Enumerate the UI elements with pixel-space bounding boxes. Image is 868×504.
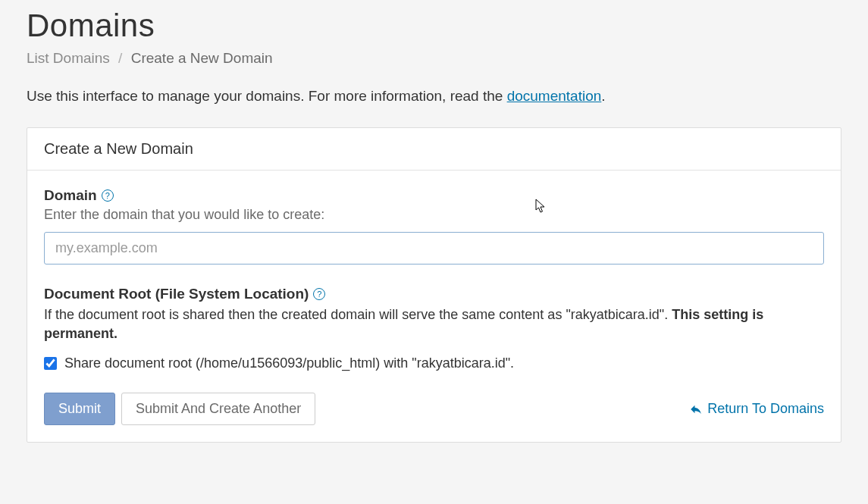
breadcrumb-list-domains[interactable]: List Domains xyxy=(27,50,110,66)
docroot-section: Document Root (File System Location) ? I… xyxy=(44,286,824,371)
panel-header: Create a New Domain xyxy=(27,128,841,171)
domain-label-text: Domain xyxy=(44,187,97,204)
share-docroot-row[interactable]: Share document root (/home/u1566093/publ… xyxy=(44,355,824,371)
domain-section: Domain ? Enter the domain that you would… xyxy=(44,187,824,265)
share-docroot-label: Share document root (/home/u1566093/publ… xyxy=(64,355,514,371)
documentation-link[interactable]: documentation xyxy=(507,88,602,104)
breadcrumb-separator: / xyxy=(118,50,122,66)
share-docroot-checkbox[interactable] xyxy=(44,357,57,370)
panel-body: Domain ? Enter the domain that you would… xyxy=(27,171,841,442)
return-link-text: Return To Domains xyxy=(707,401,824,417)
help-icon[interactable]: ? xyxy=(102,189,114,202)
intro-text: Use this interface to manage your domain… xyxy=(27,88,841,105)
actions-row: Submit Submit And Create Another Return … xyxy=(44,393,824,425)
intro-after: . xyxy=(601,88,605,104)
domain-input[interactable] xyxy=(44,232,824,265)
breadcrumb: List Domains / Create a New Domain xyxy=(27,50,841,67)
docroot-hint: If the document root is shared then the … xyxy=(44,305,824,343)
reply-arrow-icon xyxy=(689,402,703,416)
domain-label: Domain ? xyxy=(44,187,824,204)
create-domain-panel: Create a New Domain Domain ? Enter the d… xyxy=(27,127,841,443)
intro-before: Use this interface to manage your domain… xyxy=(27,88,507,104)
docroot-label: Document Root (File System Location) ? xyxy=(44,286,824,302)
docroot-hint-before: If the document root is shared then the … xyxy=(44,307,672,322)
docroot-label-text: Document Root (File System Location) xyxy=(44,286,309,302)
domain-hint: Enter the domain that you would like to … xyxy=(44,207,824,223)
submit-button[interactable]: Submit xyxy=(44,393,115,425)
page-title: Domains xyxy=(27,8,841,44)
breadcrumb-current: Create a New Domain xyxy=(131,50,273,66)
return-to-domains-link[interactable]: Return To Domains xyxy=(689,401,824,417)
submit-another-button[interactable]: Submit And Create Another xyxy=(121,393,315,425)
help-icon[interactable]: ? xyxy=(313,288,325,300)
